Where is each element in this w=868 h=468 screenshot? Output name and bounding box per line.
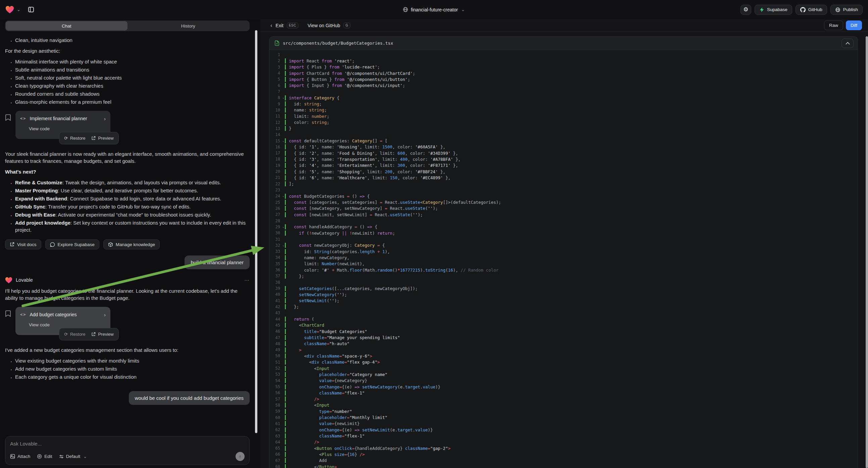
chat-input[interactable] (10, 441, 245, 446)
code-line-content: }; (285, 273, 858, 279)
line-number: 1 (270, 52, 285, 57)
tab-chat[interactable]: Chat (6, 21, 127, 31)
chat-message-list[interactable]: Clean, intuitive navigation For the desi… (5, 31, 250, 434)
line-number: 50 (270, 353, 285, 358)
diff-button[interactable]: Diff (846, 21, 862, 30)
view-code-link[interactable]: View code (29, 125, 106, 132)
bookmark-icon[interactable] (5, 310, 11, 317)
visit-docs-button[interactable]: Visit docs (5, 239, 41, 250)
attach-button[interactable]: Attach (10, 454, 30, 459)
code-line-content: placeholder="Category name" (285, 372, 858, 377)
manage-knowledge-button[interactable]: Manage knowledge (103, 239, 160, 250)
explore-supabase-button[interactable]: Explore Supabase (45, 239, 99, 250)
send-button[interactable]: ↑ (236, 452, 245, 461)
code-line-content: import { Plus } from 'lucide-react'; (285, 64, 858, 69)
line-number: 9 (270, 102, 285, 107)
settings-button[interactable]: ⚙ (741, 5, 751, 15)
tab-history[interactable]: History (127, 21, 249, 31)
added-text: I've added a new budget categories manag… (5, 347, 250, 353)
view-on-github-link[interactable]: View on GitHub (308, 23, 340, 28)
image-icon (10, 454, 15, 459)
project-switcher[interactable]: financial-future-creator ⌄ (403, 0, 466, 19)
restore-button[interactable]: ⟳ Restore (64, 135, 85, 142)
suggestion-chips: Visit docs Explore Supabase Manage knowl… (5, 239, 250, 250)
code-line-content: limit: number; (285, 114, 858, 119)
line-number: 30 (270, 231, 285, 235)
more-options-icon[interactable]: ⋯ (244, 276, 250, 284)
code-line: 38 (270, 279, 858, 285)
fold-chevron-icon[interactable]: ⌄ (282, 139, 284, 142)
line-number: 31 (270, 237, 285, 242)
line-number: 57 (270, 397, 285, 402)
logo-chevron-down-icon[interactable]: ⌄ (16, 7, 21, 12)
toggle-sidebar-button[interactable] (26, 4, 37, 15)
preview-button[interactable]: Preview (91, 331, 114, 338)
list-item-lead: Debug with Ease (15, 212, 55, 217)
input-controls: Attach Edit Default ⌄ ↑ (10, 452, 245, 461)
chat-input-box: Attach Edit Default ⌄ ↑ (5, 436, 250, 465)
lovable-logo-icon[interactable] (5, 6, 14, 14)
version-card-add-budget-categories[interactable]: <> Add budget categories › View code ⟳ R… (16, 307, 111, 335)
window-scrollbar[interactable] (866, 36, 868, 468)
line-number: 34 (270, 255, 285, 260)
code-lines[interactable]: 12import React from 'react';3import { Pl… (270, 50, 858, 468)
line-number: 27 (270, 212, 285, 217)
view-code-link[interactable]: View code (29, 321, 106, 328)
list-item-rest: : Connect Supabase to add login, store d… (67, 196, 221, 201)
line-number: 44 (270, 317, 285, 322)
chip-label: Explore Supabase (58, 242, 95, 247)
version-card-implement-financial-planner[interactable]: <> Implement financial planner › View co… (16, 111, 111, 139)
raw-button[interactable]: Raw (824, 21, 843, 30)
line-number: 42 (270, 304, 285, 309)
project-title: financial-future-creator (411, 7, 458, 12)
diff-file-card: src/components/budget/BudgetCategories.t… (269, 36, 858, 468)
fold-chevron-icon[interactable]: ⌄ (282, 243, 284, 247)
github-button[interactable]: GitHub (796, 5, 827, 15)
raw-diff-toggle: Raw Diff (824, 21, 862, 30)
chevron-left-icon[interactable]: ‹ (271, 23, 272, 29)
code-line: 44 return ( (270, 316, 858, 322)
line-number: 53 (270, 372, 285, 377)
code-line: 34 name: newCategory, (270, 255, 858, 261)
code-line-content: const defaultCategories: Category[] = [ (285, 138, 858, 143)
code-line-content: name: newCategory, (285, 255, 858, 260)
list-item: View existing budget categories with the… (15, 357, 250, 364)
sidebar-panel-icon (28, 6, 34, 13)
code-line: 5import { Button } from '@/components/ui… (270, 76, 858, 82)
list-item: Clean, intuitive navigation (15, 37, 250, 43)
line-number: 60 (270, 415, 285, 420)
code-line-content: { id: '1', name: 'Housing', limit: 1500,… (285, 144, 858, 149)
line-number: 51 (270, 360, 285, 364)
panel-resize-handle[interactable] (255, 30, 257, 433)
esc-key-badge: ESC (287, 23, 298, 28)
chevron-up-icon (845, 42, 850, 45)
fold-chevron-icon[interactable]: ⌄ (282, 194, 284, 197)
list-item: Each category gets a unique color for vi… (15, 373, 250, 380)
edit-label: Edit (44, 454, 52, 459)
code-line: 3import { Plus } from 'lucide-react'; (270, 64, 858, 70)
design-heading: For the design aesthetic: (5, 47, 250, 54)
edit-button[interactable]: Edit (37, 454, 52, 459)
list-item-rest: : Transfer your project's code to GitHub… (45, 204, 191, 209)
mode-selector[interactable]: Default ⌄ (59, 454, 88, 459)
restore-label: Restore (70, 135, 86, 142)
fold-chevron-icon[interactable]: ⌄ (282, 96, 284, 99)
line-number: 2 (270, 58, 285, 63)
bookmark-icon[interactable] (5, 114, 11, 121)
file-header[interactable]: src/components/budget/BudgetCategories.t… (270, 37, 858, 50)
code-line: 61 value={newLimit} (270, 421, 858, 427)
restore-button[interactable]: ⟳ Restore (64, 331, 85, 338)
fold-chevron-icon[interactable]: ⌄ (282, 225, 284, 228)
code-line: 41 setNewLimit(''); (270, 298, 858, 304)
code-line: 47 subtitle="Manage your spending limits… (270, 334, 858, 341)
collapse-file-button[interactable] (841, 39, 854, 48)
list-item: Subtle animations and transitions (15, 66, 250, 73)
line-number: 43 (270, 311, 285, 315)
supabase-button[interactable]: Supabase (754, 5, 792, 15)
line-number: 67 (270, 458, 285, 463)
publish-button[interactable]: Publish (830, 5, 863, 15)
exit-button[interactable]: Exit (276, 23, 283, 28)
line-number: 41 (270, 298, 285, 303)
line-number: 40 (270, 292, 285, 297)
preview-button[interactable]: Preview (91, 135, 114, 142)
